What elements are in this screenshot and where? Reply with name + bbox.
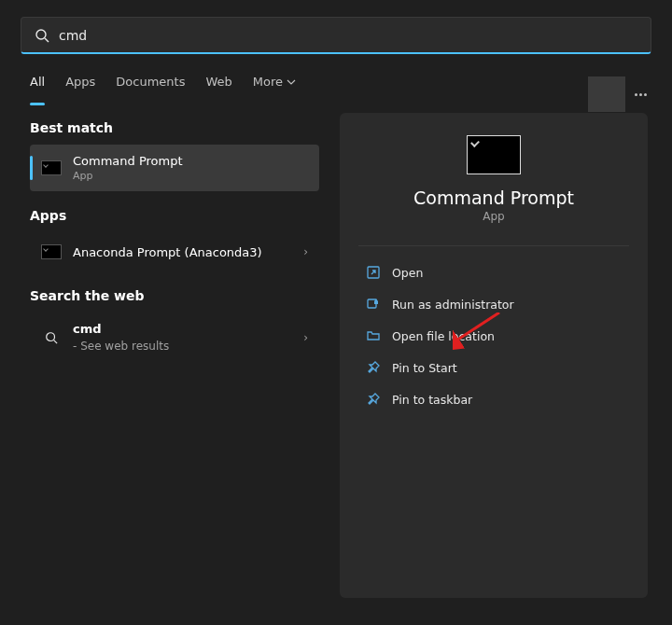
action-open[interactable]: Open [358, 259, 629, 285]
result-subtitle: App [73, 170, 308, 182]
action-label: Pin to taskbar [392, 393, 472, 407]
section-best-match: Best match [30, 120, 319, 135]
section-web: Search the web [30, 288, 319, 303]
search-box[interactable] [21, 17, 651, 54]
result-anaconda-prompt[interactable]: Anaconda Prompt (Anaconda3) › [30, 232, 319, 271]
action-label: Open file location [392, 329, 495, 343]
action-label: Open [392, 266, 423, 280]
filter-tabs: All Apps Documents Web More [21, 75, 651, 105]
chevron-right-icon: › [303, 245, 308, 258]
action-pin-taskbar[interactable]: Pin to taskbar [358, 386, 629, 412]
tab-apps[interactable]: Apps [65, 75, 95, 92]
tab-all[interactable]: All [30, 75, 45, 92]
web-term: cmd [73, 322, 102, 336]
result-title: Command Prompt [73, 154, 308, 168]
preview-app-icon [467, 135, 521, 174]
action-pin-start[interactable]: Pin to Start [358, 354, 629, 381]
preview-panel: Command Prompt App Open Run as admi [340, 113, 648, 598]
admin-icon [366, 297, 381, 312]
chevron-right-icon: › [303, 331, 308, 344]
action-run-admin[interactable]: Run as administrator [358, 291, 629, 317]
pin-icon [366, 360, 381, 375]
search-icon [41, 327, 62, 348]
open-icon [366, 265, 381, 280]
web-hint: - See web results [73, 340, 169, 353]
search-icon [35, 28, 49, 43]
result-title: Anaconda Prompt (Anaconda3) [73, 245, 292, 259]
pin-icon [366, 392, 381, 407]
folder-icon [366, 328, 381, 343]
svg-line-3 [54, 340, 58, 343]
account-avatar[interactable] [588, 76, 625, 112]
svg-line-1 [45, 38, 49, 42]
chevron-down-icon [287, 77, 296, 87]
search-input[interactable] [59, 28, 637, 43]
svg-point-0 [36, 30, 46, 39]
result-command-prompt[interactable]: Command Prompt App [30, 145, 319, 191]
cmd-icon [41, 158, 62, 178]
cmd-icon [41, 242, 62, 262]
action-open-location[interactable]: Open file location [358, 323, 629, 349]
svg-point-2 [47, 332, 55, 340]
section-apps: Apps [30, 208, 319, 223]
tab-documents[interactable]: Documents [116, 75, 185, 92]
action-label: Pin to Start [392, 361, 457, 375]
action-list: Open Run as administrator Open file loca… [358, 259, 629, 412]
preview-subtitle: App [358, 210, 629, 223]
tab-web[interactable]: Web [205, 75, 231, 92]
result-web-cmd[interactable]: cmd - See web results › [30, 312, 319, 362]
tab-more[interactable]: More [253, 75, 296, 92]
action-label: Run as administrator [392, 298, 514, 312]
more-options-button[interactable] [635, 93, 651, 96]
preview-title: Command Prompt [358, 188, 629, 208]
divider [358, 245, 629, 246]
